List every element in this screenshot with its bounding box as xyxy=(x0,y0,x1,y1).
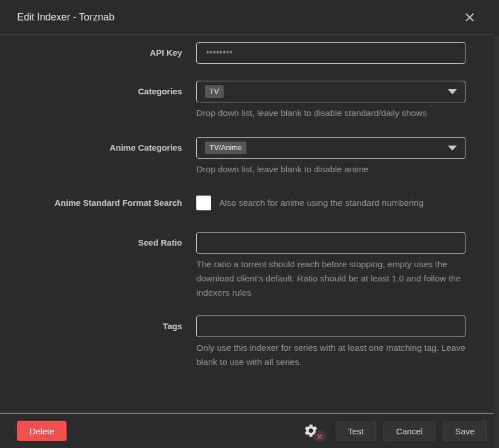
anime-standard-format-search-checkbox[interactable] xyxy=(196,196,211,210)
categories-select[interactable]: TV xyxy=(196,81,465,102)
x-icon xyxy=(317,434,323,439)
modal-footer: Delete Test Cancel Save xyxy=(0,413,494,448)
anime-standard-format-search-label: Anime Standard Format Search xyxy=(0,196,196,210)
tags-input[interactable] xyxy=(196,316,465,337)
save-button[interactable]: Save xyxy=(443,421,487,441)
seed-ratio-help-text: The ratio a torrent should reach before … xyxy=(196,257,465,300)
form-row-tags: Tags Only use this indexer for series wi… xyxy=(0,316,499,369)
anime-category-tag: TV/Anime xyxy=(205,142,246,154)
form-row-categories: Categories TV Drop down list, leave blan… xyxy=(0,81,499,120)
close-icon xyxy=(465,13,475,22)
tags-help-text: Only use this indexer for series with at… xyxy=(196,341,465,369)
advanced-hidden-badge xyxy=(314,430,326,442)
seed-ratio-label: Seed Ratio xyxy=(0,232,196,254)
close-button[interactable] xyxy=(463,10,477,24)
tags-label: Tags xyxy=(0,316,196,337)
chevron-down-icon xyxy=(448,89,457,94)
advanced-settings-toggle[interactable] xyxy=(303,422,320,439)
form-row-anime-categories: Anime Categories TV/Anime Drop down list… xyxy=(0,137,499,176)
test-button[interactable]: Test xyxy=(336,421,377,441)
modal-body: API Key Categories TV Drop down list, le… xyxy=(0,35,499,413)
seed-ratio-input[interactable] xyxy=(196,232,465,254)
form-row-seed-ratio: Seed Ratio The ratio a torrent should re… xyxy=(0,232,499,300)
chevron-down-icon xyxy=(448,146,457,151)
api-key-label: API Key xyxy=(0,42,196,64)
api-key-input[interactable] xyxy=(196,42,465,64)
categories-label: Categories xyxy=(0,81,196,102)
form-row-anime-standard-format-search: Anime Standard Format Search Also search… xyxy=(0,196,499,210)
anime-standard-format-search-help-text: Also search for anime using the standard… xyxy=(219,196,423,210)
anime-categories-label: Anime Categories xyxy=(0,137,196,159)
anime-categories-help-text: Drop down list, leave blank to disable a… xyxy=(196,162,465,176)
delete-button[interactable]: Delete xyxy=(17,421,67,441)
categories-help-text: Drop down list, leave blank to disable s… xyxy=(196,106,465,120)
scrollbar-gutter[interactable] xyxy=(494,36,499,448)
cancel-button[interactable]: Cancel xyxy=(383,421,435,441)
form-row-api-key: API Key xyxy=(0,42,499,64)
page-title: Edit Indexer - Torznab xyxy=(17,11,463,23)
modal-header: Edit Indexer - Torznab xyxy=(0,0,494,35)
category-tag: TV xyxy=(205,85,224,98)
edit-indexer-modal: Edit Indexer - Torznab API Key Categorie… xyxy=(0,0,499,448)
anime-categories-select[interactable]: TV/Anime xyxy=(196,137,465,159)
